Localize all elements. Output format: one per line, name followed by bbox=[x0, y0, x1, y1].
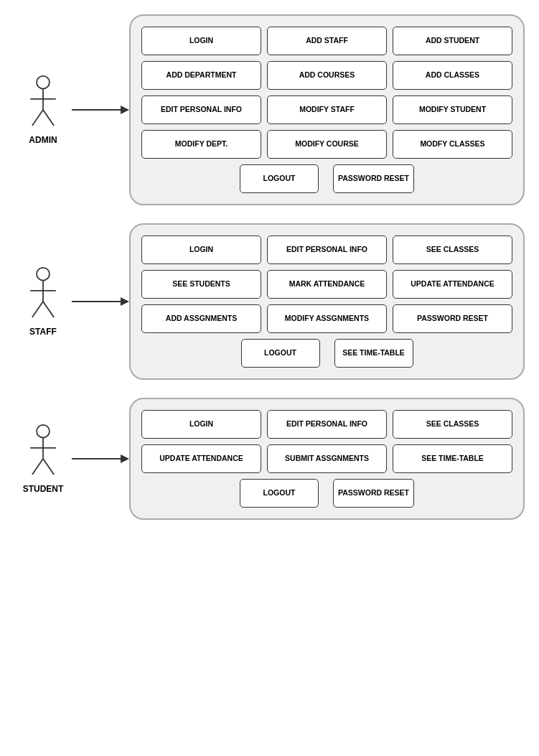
uc-btn-bottom-staff-0[interactable]: LOGOUT bbox=[241, 339, 320, 368]
uc-btn-bottom-student-1[interactable]: PASSWORD RESET bbox=[333, 479, 414, 508]
uc-btn-staff-2-1[interactable]: MODIFY ASSGNMENTS bbox=[267, 304, 387, 333]
usecase-grid-staff: LOGINEDIT PERSONAL INFOSEE CLASSESSEE ST… bbox=[141, 235, 512, 333]
svg-marker-6 bbox=[121, 106, 129, 114]
uc-btn-student-1-0[interactable]: UPDATE ATTENDANCE bbox=[141, 444, 261, 473]
actor-student: STUDENT bbox=[14, 424, 72, 494]
usecase-bottom-admin: LOGOUTPASSWORD RESET bbox=[141, 164, 512, 193]
svg-line-3 bbox=[32, 110, 43, 126]
usecase-grid-student: LOGINEDIT PERSONAL INFOSEE CLASSESUPDATE… bbox=[141, 410, 512, 473]
svg-point-14 bbox=[37, 425, 50, 438]
uc-btn-student-1-2[interactable]: SEE TIME-TABLE bbox=[393, 444, 512, 473]
svg-line-10 bbox=[32, 302, 43, 317]
usecase-grid-admin: LOGINADD STAFFADD STUDENTADD DEPARTMENTA… bbox=[141, 27, 512, 159]
uc-btn-staff-1-1[interactable]: MARK ATTENDANCE bbox=[267, 270, 387, 299]
arrow-student bbox=[72, 452, 129, 466]
uc-btn-admin-0-2[interactable]: ADD STUDENT bbox=[393, 27, 512, 55]
uc-btn-admin-3-0[interactable]: MODIFY DEPT. bbox=[141, 130, 261, 159]
uc-btn-bottom-student-0[interactable]: LOGOUT bbox=[240, 479, 319, 508]
usecase-box-admin: LOGINADD STAFFADD STUDENTADD DEPARTMENTA… bbox=[129, 14, 525, 205]
actor-section-admin: ADMIN LOGINADD STAFFADD STUDENTADD DEPAR… bbox=[14, 14, 525, 205]
uc-btn-admin-2-0[interactable]: EDIT PERSONAL INFO bbox=[141, 95, 261, 124]
uc-btn-staff-0-0[interactable]: LOGIN bbox=[141, 235, 261, 264]
actor-label-student: STUDENT bbox=[23, 484, 64, 494]
uc-btn-bottom-admin-1[interactable]: PASSWORD RESET bbox=[333, 164, 414, 193]
actor-label-admin: ADMIN bbox=[29, 135, 57, 145]
uc-btn-admin-1-1[interactable]: ADD COURSES bbox=[267, 61, 387, 90]
uc-btn-student-0-2[interactable]: SEE CLASSES bbox=[393, 410, 512, 439]
uc-btn-staff-1-0[interactable]: SEE STUDENTS bbox=[141, 270, 261, 299]
uc-btn-staff-1-2[interactable]: UPDATE ATTENDANCE bbox=[393, 270, 512, 299]
svg-line-11 bbox=[43, 302, 54, 317]
actor-section-student: STUDENT LOGINEDIT PERSONAL INFOSEE CLASS… bbox=[14, 398, 525, 520]
uc-btn-staff-0-2[interactable]: SEE CLASSES bbox=[393, 235, 512, 264]
uc-btn-admin-1-2[interactable]: ADD CLASSES bbox=[393, 61, 512, 90]
svg-marker-13 bbox=[121, 297, 129, 306]
uc-btn-student-0-0[interactable]: LOGIN bbox=[141, 410, 261, 439]
uc-btn-bottom-staff-1[interactable]: SEE TIME-TABLE bbox=[334, 339, 413, 368]
usecase-bottom-student: LOGOUTPASSWORD RESET bbox=[141, 479, 512, 508]
svg-line-4 bbox=[43, 110, 54, 126]
svg-point-7 bbox=[37, 268, 50, 281]
arrow-staff bbox=[72, 294, 129, 309]
uc-btn-admin-1-0[interactable]: ADD DEPARTMENT bbox=[141, 61, 261, 90]
usecase-box-staff: LOGINEDIT PERSONAL INFOSEE CLASSESSEE ST… bbox=[129, 223, 525, 380]
actor-section-staff: STAFF LOGINEDIT PERSONAL INFOSEE CLASSES… bbox=[14, 223, 525, 380]
uc-btn-bottom-admin-0[interactable]: LOGOUT bbox=[240, 164, 319, 193]
uc-btn-admin-3-1[interactable]: MODIFY COURSE bbox=[267, 130, 387, 159]
svg-line-17 bbox=[32, 459, 43, 475]
uc-btn-admin-2-1[interactable]: MODIFY STAFF bbox=[267, 95, 387, 124]
uc-btn-staff-2-0[interactable]: ADD ASSGNMENTS bbox=[141, 304, 261, 333]
uc-btn-admin-2-2[interactable]: MODIFY STUDENT bbox=[393, 95, 512, 124]
uc-btn-staff-2-2[interactable]: PASSWORD RESET bbox=[393, 304, 512, 333]
arrow-admin bbox=[72, 103, 129, 117]
uc-btn-admin-3-2[interactable]: MODFY CLASSES bbox=[393, 130, 512, 159]
uc-btn-student-0-1[interactable]: EDIT PERSONAL INFO bbox=[267, 410, 387, 439]
actor-admin: ADMIN bbox=[14, 75, 72, 145]
diagram-container: ADMIN LOGINADD STAFFADD STUDENTADD DEPAR… bbox=[0, 0, 539, 552]
uc-btn-student-1-1[interactable]: SUBMIT ASSGNMENTS bbox=[267, 444, 387, 473]
actor-label-staff: STAFF bbox=[29, 327, 57, 337]
svg-line-18 bbox=[43, 459, 54, 475]
uc-btn-staff-0-1[interactable]: EDIT PERSONAL INFO bbox=[267, 235, 387, 264]
usecase-box-student: LOGINEDIT PERSONAL INFOSEE CLASSESUPDATE… bbox=[129, 398, 525, 520]
svg-marker-20 bbox=[121, 454, 129, 463]
actor-staff: STAFF bbox=[14, 266, 72, 337]
uc-btn-admin-0-0[interactable]: LOGIN bbox=[141, 27, 261, 55]
svg-point-0 bbox=[37, 76, 50, 89]
usecase-bottom-staff: LOGOUTSEE TIME-TABLE bbox=[141, 339, 512, 368]
uc-btn-admin-0-1[interactable]: ADD STAFF bbox=[267, 27, 387, 55]
